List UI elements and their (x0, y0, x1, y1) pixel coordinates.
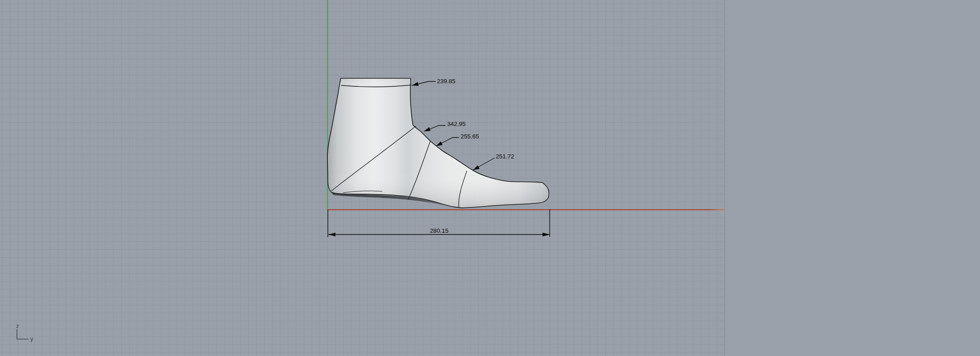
dimension-length-value: 280.15 (430, 227, 448, 234)
axis-indicator-y-label: y (30, 336, 33, 342)
annotation-value: 251.72 (496, 153, 514, 160)
axis-indicator-z-label: z (16, 323, 19, 329)
annotation-value: 239.85 (437, 78, 455, 85)
viewport-canvas[interactable]: 280.15 239.85 342.95 (0, 0, 980, 356)
cad-viewport[interactable]: 280.15 239.85 342.95 (0, 0, 980, 356)
annotation-value: 342.95 (447, 121, 466, 127)
annotation-value: 255.65 (461, 133, 479, 140)
